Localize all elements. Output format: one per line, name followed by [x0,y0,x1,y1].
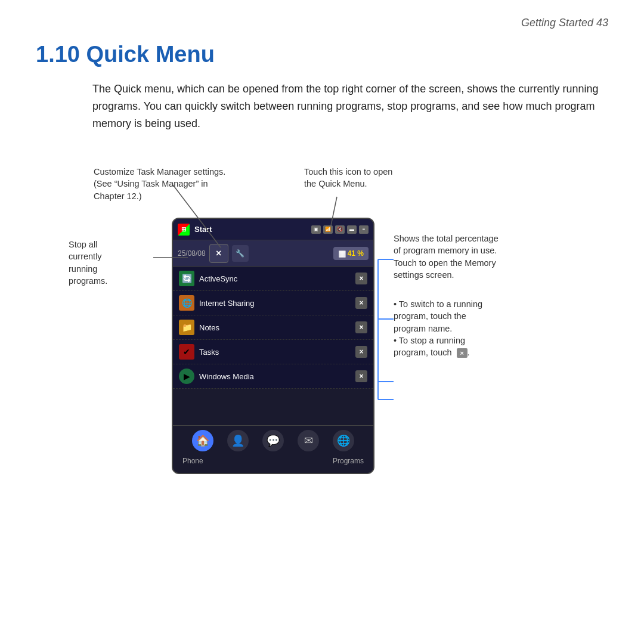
contacts-nav-icon[interactable]: 👤 [227,430,249,451]
body-description: The Quick menu, which can be opened from… [92,80,608,132]
phone-mockup: ⊞ Start ▣ 📶 🔇 ▬ ≡ 25/08/08 🔧 ▦ 41 % 🔄 Ac… [172,218,374,474]
annotation-touch-icon: Touch this icon to open the Quick Menu. [304,166,392,190]
close-tasks-button[interactable]: × [355,346,367,358]
menu-icon: ≡ [359,225,369,234]
messages-nav-icon[interactable]: 💬 [262,430,284,451]
page-header: Getting Started 43 [521,17,608,29]
start-label: Start [194,225,212,234]
toolbar-row: 25/08/08 🔧 ▦ 41 % [173,240,373,267]
annotation-customize: Customize Task Manager settings. (See “U… [94,166,225,202]
windows-logo-icon: ⊞ [178,224,190,236]
memory-grid-icon: ▦ [338,249,346,258]
program-item-activesync[interactable]: 🔄 ActiveSync × [173,267,373,291]
section-title: 1.10 Quick Menu [36,42,215,67]
annotation-memory: Shows the total percentage of program me… [394,233,499,281]
windows-media-label: Windows Media [199,372,351,381]
phone-nav-label: Phone [182,457,203,465]
notes-label: Notes [199,323,351,332]
status-bar-right: ▣ 📶 🔇 ▬ ≡ [311,225,369,234]
programs-nav-label: Programs [333,457,364,465]
program-item-notes[interactable]: 📁 Notes × [173,315,373,340]
internet-sharing-icon: 🌐 [179,295,194,311]
close-activesync-button[interactable]: × [355,273,367,284]
program-item-tasks[interactable]: ✔ Tasks × [173,340,373,364]
internet-sharing-label: Internet Sharing [199,299,351,308]
status-bar-left: ⊞ Start [178,224,212,236]
activesync-icon: 🔄 [179,271,194,286]
memory-button[interactable]: ▦ 41 % [333,247,369,260]
email-nav-icon[interactable]: ✉ [298,430,319,451]
volume-icon: 🔇 [335,225,345,234]
wifi-icon: 📶 [323,225,333,234]
tasks-label: Tasks [199,348,351,357]
close-windows-media-button[interactable]: × [355,370,367,382]
close-internet-sharing-button[interactable]: × [355,297,367,309]
memory-percent: 41 % [348,249,364,258]
signal-icon: ▣ [311,225,321,234]
home-nav-icon[interactable]: 🏠 [192,430,213,451]
settings-icon[interactable]: 🔧 [232,245,249,262]
nav-icons-row: 🏠 👤 💬 ✉ 🌐 [173,426,373,456]
activesync-label: ActiveSync [199,274,351,283]
program-item-windows-media[interactable]: ▶ Windows Media × [173,364,373,389]
date-display: 25/08/08 [178,249,206,258]
battery-icon: ▬ [347,225,357,234]
close-notes-button[interactable]: × [355,321,367,333]
status-bar: ⊞ Start ▣ 📶 🔇 ▬ ≡ [173,219,373,240]
x-icon-inline: × [457,348,467,358]
annotation-switch-stop: • To switch to a running program, touch … [394,298,482,358]
tasks-icon: ✔ [179,344,194,360]
annotation-stop-all: Stop all currently running programs. [69,239,107,287]
web-nav-icon[interactable]: 🌐 [333,430,354,451]
nav-labels: Phone Programs [173,456,373,466]
program-list: 🔄 ActiveSync × 🌐 Internet Sharing × 📁 No… [173,267,373,389]
windows-media-icon: ▶ [179,369,194,384]
bottom-nav: 🏠 👤 💬 ✉ 🌐 Phone Programs [173,425,373,473]
notes-icon: 📁 [179,320,194,335]
stop-all-button[interactable] [209,244,228,263]
program-item-internet-sharing[interactable]: 🌐 Internet Sharing × [173,291,373,315]
